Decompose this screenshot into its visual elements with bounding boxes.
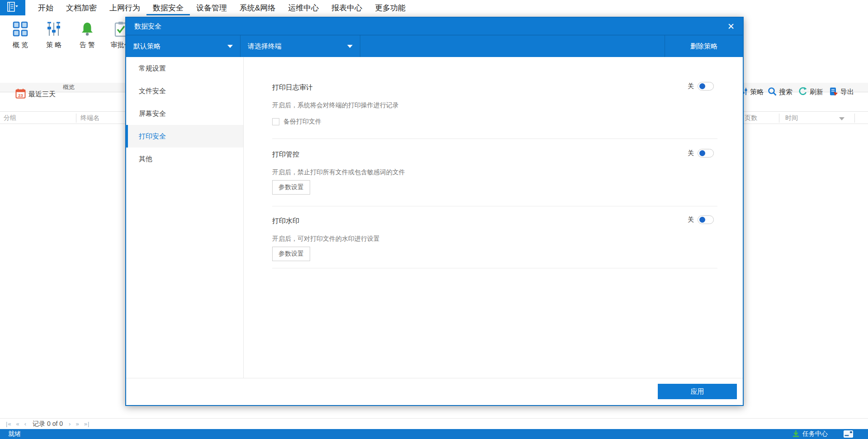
export-icon bbox=[829, 87, 838, 97]
action-refresh[interactable]: 刷新 bbox=[798, 87, 823, 97]
print-control-toggle[interactable] bbox=[698, 149, 714, 157]
search-icon bbox=[768, 87, 777, 97]
main-menu: 开始 文档加密 上网行为 数据安全 设备管理 系统&网络 运维中心 报表中心 更… bbox=[32, 0, 412, 15]
sidebar-item-print-security[interactable]: 打印安全 bbox=[126, 125, 243, 148]
print-watermark-params-button[interactable]: 参数设置 bbox=[272, 247, 310, 261]
menu-item-device-mgmt[interactable]: 设备管理 bbox=[190, 0, 233, 15]
policy-select[interactable]: 默认策略 bbox=[126, 35, 241, 57]
toggle-state-label: 关 bbox=[688, 216, 694, 224]
sort-dropdown-icon[interactable] bbox=[839, 117, 844, 120]
action-export[interactable]: 导出 bbox=[829, 87, 854, 97]
application-window: 开始 文档加密 上网行为 数据安全 设备管理 系统&网络 运维中心 报表中心 更… bbox=[0, 0, 868, 439]
record-count-label: 记录 0 of 0 bbox=[29, 420, 66, 428]
sidebar-item-file-security[interactable]: 文件安全 bbox=[126, 80, 243, 102]
toggle-knob bbox=[699, 83, 705, 89]
date-range-filter[interactable]: 最近三天 bbox=[28, 90, 56, 99]
column-header-time[interactable]: 时间 bbox=[785, 114, 798, 122]
terminal-select-placeholder: 请选择终端 bbox=[248, 42, 282, 51]
dialog-body: 常规设置 文件安全 屏幕安全 打印安全 其他 打印日志审计 关 开启后，系统将会… bbox=[126, 57, 743, 378]
toggle-knob bbox=[699, 150, 705, 156]
section-divider bbox=[272, 268, 717, 268]
menu-item-web-behavior[interactable]: 上网行为 bbox=[103, 0, 146, 15]
print-control-params-button[interactable]: 参数设置 bbox=[272, 180, 310, 195]
section-divider bbox=[272, 138, 717, 139]
menu-item-ops-center[interactable]: 运维中心 bbox=[282, 0, 325, 15]
status-bar: 就绪 任务中心 bbox=[0, 429, 868, 439]
backup-print-file-label: 备份打印文件 bbox=[283, 118, 321, 126]
menu-item-more[interactable]: 更多功能 bbox=[368, 0, 412, 15]
print-log-audit-toggle-row: 关 bbox=[688, 82, 714, 91]
next-group-button[interactable]: » bbox=[73, 420, 81, 427]
print-log-audit-title: 打印日志审计 bbox=[272, 83, 313, 92]
last-page-button[interactable]: »| bbox=[82, 420, 92, 427]
action-refresh-label: 刷新 bbox=[810, 88, 823, 96]
dialog-title-bar: 数据安全 ✕ bbox=[126, 18, 743, 35]
column-header-pages[interactable]: 页数 bbox=[745, 114, 757, 122]
column-header-terminal[interactable]: 终端名 bbox=[80, 114, 99, 122]
pagination-bar: |« « ‹ 记录 0 of 0 › » »| bbox=[0, 418, 868, 429]
calendar-icon[interactable]: 23 bbox=[15, 88, 26, 100]
sidebar-item-general[interactable]: 常规设置 bbox=[126, 57, 243, 80]
column-header-group[interactable]: 分组 bbox=[4, 114, 16, 122]
action-search-label: 搜索 bbox=[779, 88, 793, 96]
app-menu-button[interactable] bbox=[0, 0, 25, 15]
section-divider bbox=[272, 206, 717, 206]
prev-page-button[interactable]: ‹ bbox=[22, 420, 29, 427]
print-log-audit-toggle[interactable] bbox=[698, 82, 714, 91]
checkbox-icon[interactable] bbox=[272, 118, 279, 125]
chevron-down-icon bbox=[347, 45, 353, 48]
toggle-knob bbox=[699, 217, 705, 223]
dialog-sidebar: 常规设置 文件安全 屏幕安全 打印安全 其他 bbox=[126, 57, 244, 378]
column-divider[interactable] bbox=[76, 114, 76, 123]
print-control-title: 打印管控 bbox=[272, 150, 299, 159]
close-icon[interactable]: ✕ bbox=[727, 22, 735, 31]
data-security-dialog: 数据安全 ✕ 默认策略 请选择终端 删除策略 常规设置 文件安全 屏幕安全 打印… bbox=[125, 17, 744, 406]
policy-label: 策 略 bbox=[46, 41, 61, 49]
status-ready-label: 就绪 bbox=[8, 430, 21, 438]
action-policy-label: 策略 bbox=[750, 88, 764, 96]
action-search[interactable]: 搜索 bbox=[768, 87, 793, 97]
toggle-state-label: 关 bbox=[688, 149, 694, 157]
overview-label: 概 览 bbox=[13, 41, 28, 49]
app-logo-icon bbox=[7, 2, 19, 14]
print-watermark-toggle-row: 关 bbox=[688, 215, 714, 224]
delete-policy-button[interactable]: 删除策略 bbox=[665, 35, 743, 57]
menu-item-start[interactable]: 开始 bbox=[32, 0, 60, 15]
menu-item-data-security[interactable]: 数据安全 bbox=[146, 0, 190, 15]
sidebar-item-other[interactable]: 其他 bbox=[126, 148, 243, 170]
sidebar-item-screen-security[interactable]: 屏幕安全 bbox=[126, 102, 243, 125]
prev-group-button[interactable]: « bbox=[14, 420, 22, 427]
task-center-button[interactable]: 任务中心 bbox=[792, 429, 828, 439]
next-page-button[interactable]: › bbox=[66, 420, 73, 427]
chevron-down-icon bbox=[227, 45, 233, 48]
print-watermark-description: 开启后，可对打印文件的水印进行设置 bbox=[272, 235, 380, 243]
apply-button[interactable]: 应用 bbox=[658, 384, 737, 399]
print-watermark-toggle[interactable] bbox=[698, 215, 714, 224]
policy-select-value: 默认策略 bbox=[133, 42, 160, 51]
refresh-icon bbox=[798, 87, 807, 97]
policy-sliders-icon bbox=[46, 20, 62, 38]
download-arrow-icon bbox=[792, 430, 800, 439]
column-divider[interactable] bbox=[779, 114, 779, 123]
alert-button[interactable]: 告 警 bbox=[71, 20, 104, 49]
alert-label: 告 警 bbox=[80, 41, 95, 49]
menu-item-doc-encrypt[interactable]: 文档加密 bbox=[60, 0, 103, 15]
column-divider[interactable] bbox=[854, 114, 855, 123]
overview-grid-icon bbox=[12, 20, 28, 38]
backup-print-file-checkbox-row[interactable]: 备份打印文件 bbox=[272, 118, 321, 126]
console-window-icon[interactable] bbox=[844, 430, 853, 439]
menu-item-system-network[interactable]: 系统&网络 bbox=[233, 0, 282, 15]
dialog-filter-bar: 默认策略 请选择终端 删除策略 bbox=[126, 35, 743, 57]
menu-item-report-center[interactable]: 报表中心 bbox=[325, 0, 368, 15]
print-control-toggle-row: 关 bbox=[688, 149, 714, 157]
dialog-footer: 应用 bbox=[126, 378, 743, 405]
terminal-select[interactable]: 请选择终端 bbox=[241, 35, 360, 57]
print-watermark-title: 打印水印 bbox=[272, 217, 299, 225]
print-security-panel: 打印日志审计 关 开启后，系统将会对终端的打印操作进行记录 备份打印文件 打印管… bbox=[244, 57, 743, 378]
overview-button[interactable]: 概 览 bbox=[4, 20, 37, 49]
first-page-button[interactable]: |« bbox=[4, 420, 14, 427]
menu-bar: 开始 文档加密 上网行为 数据安全 设备管理 系统&网络 运维中心 报表中心 更… bbox=[0, 0, 868, 15]
print-control-description: 开启后，禁止打印所有文件或包含敏感词的文件 bbox=[272, 168, 405, 177]
print-log-audit-description: 开启后，系统将会对终端的打印操作进行记录 bbox=[272, 101, 399, 110]
policy-button[interactable]: 策 略 bbox=[37, 20, 71, 49]
